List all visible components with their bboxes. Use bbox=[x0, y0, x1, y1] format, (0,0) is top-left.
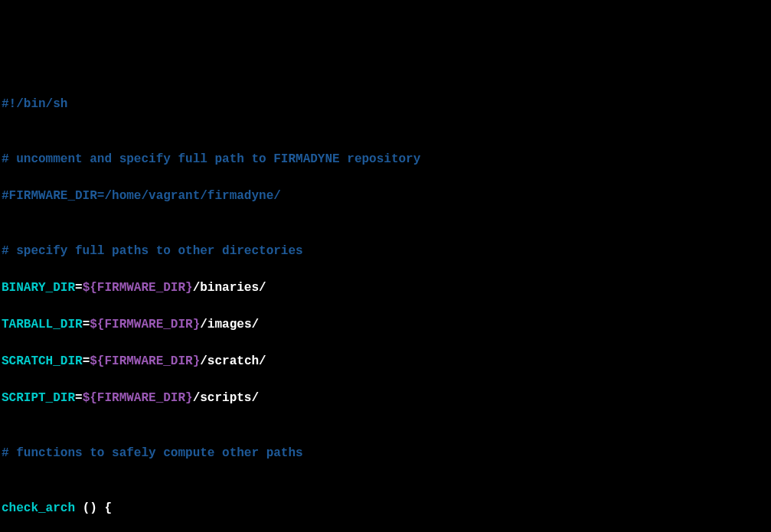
operator: = bbox=[75, 281, 83, 295]
variable: SCRIPT_DIR bbox=[2, 391, 75, 405]
code-line: check_arch () { bbox=[2, 499, 769, 517]
expansion: ${FIRMWARE_DIR} bbox=[83, 391, 193, 405]
variable: SCRATCH_DIR bbox=[2, 354, 83, 368]
code-line: BINARY_DIR=${FIRMWARE_DIR}/binaries/ bbox=[2, 279, 769, 297]
path: /binaries/ bbox=[193, 281, 266, 295]
variable: BINARY_DIR bbox=[2, 281, 75, 295]
path: /images/ bbox=[200, 318, 259, 331]
code-line: SCRIPT_DIR=${FIRMWARE_DIR}/scripts/ bbox=[2, 389, 769, 407]
shebang: #!/bin/sh bbox=[2, 97, 67, 111]
operator: = bbox=[83, 318, 90, 331]
operator: = bbox=[75, 391, 83, 405]
expansion: ${FIRMWARE_DIR} bbox=[83, 281, 193, 295]
code-editor[interactable]: #!/bin/sh # uncomment and specify full p… bbox=[2, 77, 769, 532]
code-line: # specify full paths to other directorie… bbox=[2, 242, 769, 260]
expansion: ${FIRMWARE_DIR} bbox=[90, 318, 200, 331]
operator: = bbox=[83, 354, 90, 368]
brace: { bbox=[97, 501, 112, 515]
code-line: SCRATCH_DIR=${FIRMWARE_DIR}/scratch/ bbox=[2, 352, 769, 370]
comment: # functions to safely compute other path… bbox=[2, 446, 303, 460]
parens: () bbox=[83, 501, 97, 515]
code-line: #!/bin/sh bbox=[2, 95, 769, 113]
path: /scratch/ bbox=[200, 354, 266, 368]
code-line: # functions to safely compute other path… bbox=[2, 444, 769, 462]
variable: TARBALL_DIR bbox=[2, 318, 83, 331]
expansion: ${FIRMWARE_DIR} bbox=[90, 354, 200, 368]
function-name: check_arch bbox=[2, 501, 83, 515]
path: /scripts/ bbox=[193, 391, 259, 405]
comment: # specify full paths to other directorie… bbox=[2, 244, 303, 258]
code-line: #FIRMWARE_DIR=/home/vagrant/firmadyne/ bbox=[2, 187, 769, 205]
comment: #FIRMWARE_DIR=/home/vagrant/firmadyne/ bbox=[2, 189, 281, 203]
code-line: # uncomment and specify full path to FIR… bbox=[2, 150, 769, 168]
code-line: TARBALL_DIR=${FIRMWARE_DIR}/images/ bbox=[2, 315, 769, 334]
comment: # uncomment and specify full path to FIR… bbox=[2, 152, 420, 166]
